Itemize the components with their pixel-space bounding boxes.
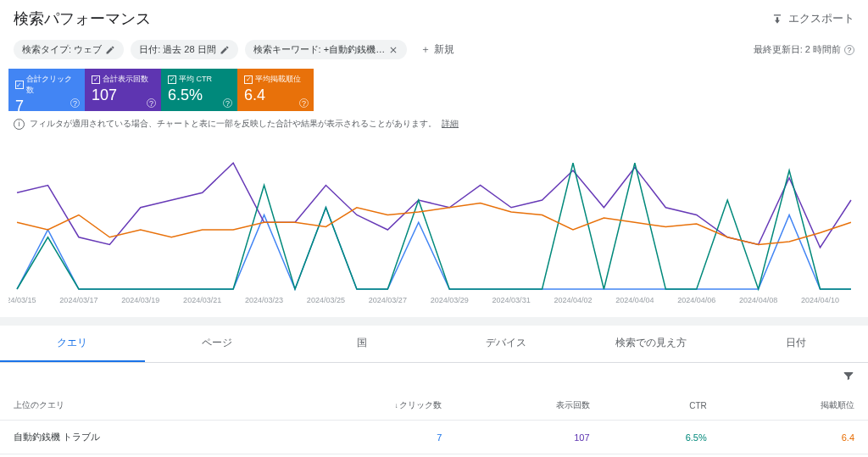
export-button[interactable]: エクスポート <box>771 11 854 26</box>
page-title: 検索パフォーマンス <box>14 8 151 29</box>
x-axis-label: 2024/04/04 <box>615 296 654 304</box>
cell-clicks: 7 <box>275 421 455 454</box>
chart-line-clicks <box>17 208 851 289</box>
x-axis-label: 2024/03/27 <box>369 296 407 304</box>
tab-0[interactable]: クエリ <box>0 326 145 362</box>
tab-4[interactable]: 検索での見え方 <box>579 326 724 362</box>
metric-label: 平均 CTR <box>179 74 212 85</box>
col-impressions[interactable]: 表示回数 <box>455 391 603 421</box>
table-filter-icon[interactable] <box>843 370 854 384</box>
checkbox-icon: ✓ <box>244 75 253 84</box>
x-axis-label: 2024/03/15 <box>8 296 36 304</box>
cell-ctr: 6.5% <box>604 421 721 454</box>
chip-label: 検索タイプ: ウェブ <box>22 43 102 56</box>
x-axis-label: 2024/04/10 <box>801 296 839 304</box>
help-icon[interactable]: ? <box>70 98 80 108</box>
col-position[interactable]: 掲載順位 <box>721 391 868 421</box>
metric-label: 合計クリック数 <box>26 74 78 96</box>
sort-desc-icon: ↓ <box>394 402 398 410</box>
metric-value: 6.5% <box>168 86 231 104</box>
chip-label: 日付: 過去 28 日間 <box>139 43 215 56</box>
tab-5[interactable]: 日付 <box>723 326 868 362</box>
new-label: 新規 <box>434 42 454 57</box>
x-axis-label: 2024/03/29 <box>431 296 469 304</box>
metric-ctr[interactable]: ✓平均 CTR 6.5% ? <box>161 69 237 111</box>
pencil-icon <box>105 45 115 55</box>
col-query[interactable]: 上位のクエリ <box>0 391 275 421</box>
cell-impressions: 107 <box>455 421 603 454</box>
metric-clicks[interactable]: ✓合計クリック数 7 ? <box>8 69 85 111</box>
metric-value: 7 <box>15 98 78 115</box>
help-icon[interactable]: ? <box>299 98 309 108</box>
x-axis-label: 2024/03/25 <box>307 296 345 304</box>
checkbox-icon: ✓ <box>168 75 176 84</box>
export-label: エクスポート <box>788 11 854 26</box>
x-axis-label: 2024/03/21 <box>183 296 221 304</box>
tab-3[interactable]: デバイス <box>434 326 579 362</box>
cell-position: 6.4 <box>721 421 868 454</box>
pencil-icon <box>220 45 230 55</box>
help-icon[interactable]: ? <box>147 98 156 108</box>
help-icon[interactable]: ? <box>223 98 232 108</box>
x-axis-label: 2024/03/23 <box>245 296 283 304</box>
metric-position[interactable]: ✓平均掲載順位 6.4 ? <box>237 69 314 111</box>
checkbox-icon: ✓ <box>92 75 100 84</box>
info-icon: i <box>14 119 25 130</box>
tab-1[interactable]: ページ <box>145 326 290 362</box>
chip-label: 検索キーワード: +自動釣銭機… <box>253 43 386 56</box>
filter-notice: i フィルタが適用されている場合、チャートと表に一部を反映した合計や結果が表示さ… <box>0 111 868 137</box>
x-axis-label: 2024/03/31 <box>492 296 531 304</box>
filter-search-type[interactable]: 検索タイプ: ウェブ <box>14 40 124 59</box>
plus-icon: ＋ <box>420 42 431 57</box>
col-clicks[interactable]: ↓クリック数 <box>275 391 455 421</box>
checkbox-icon: ✓ <box>15 81 24 89</box>
chart-line-position <box>17 203 851 245</box>
help-icon[interactable]: ? <box>844 45 854 55</box>
x-axis-label: 2024/03/17 <box>59 296 97 304</box>
close-icon[interactable] <box>388 45 398 55</box>
notice-link[interactable]: 詳細 <box>442 118 459 130</box>
x-axis-label: 2024/04/06 <box>677 296 715 304</box>
table-row[interactable]: 自動釣銭機 トラブル 7 107 6.5% 6.4 <box>0 421 868 454</box>
x-axis-label: 2024/03/19 <box>121 296 159 304</box>
last-updated: 最終更新日: 2 時間前 ? <box>754 43 854 56</box>
x-axis-label: 2024/04/02 <box>554 296 592 304</box>
metric-value: 6.4 <box>244 86 307 104</box>
filter-date-range[interactable]: 日付: 過去 28 日間 <box>131 40 237 59</box>
x-axis-label: 2024/04/08 <box>739 296 777 304</box>
data-table: 上位のクエリ ↓クリック数 表示回数 CTR 掲載順位 自動釣銭機 トラブル 7… <box>0 391 868 454</box>
tab-2[interactable]: 国 <box>289 326 434 362</box>
metric-impressions[interactable]: ✓合計表示回数 107 ? <box>85 69 161 111</box>
metric-label: 合計表示回数 <box>103 74 148 85</box>
col-ctr[interactable]: CTR <box>604 391 721 421</box>
add-filter-button[interactable]: ＋ 新規 <box>414 39 461 60</box>
performance-chart: 2024/03/152024/03/172024/03/192024/03/21… <box>0 137 868 317</box>
cell-query: 自動釣銭機 トラブル <box>0 421 275 454</box>
chart-line-ctr <box>17 163 851 289</box>
separator <box>0 317 868 326</box>
download-icon <box>771 13 783 25</box>
notice-text: フィルタが適用されている場合、チャートと表に一部を反映した合計や結果が表示される… <box>30 118 437 130</box>
filter-query[interactable]: 検索キーワード: +自動釣銭機… <box>245 40 408 59</box>
metric-label: 平均掲載順位 <box>255 74 301 85</box>
metric-value: 107 <box>92 86 154 104</box>
